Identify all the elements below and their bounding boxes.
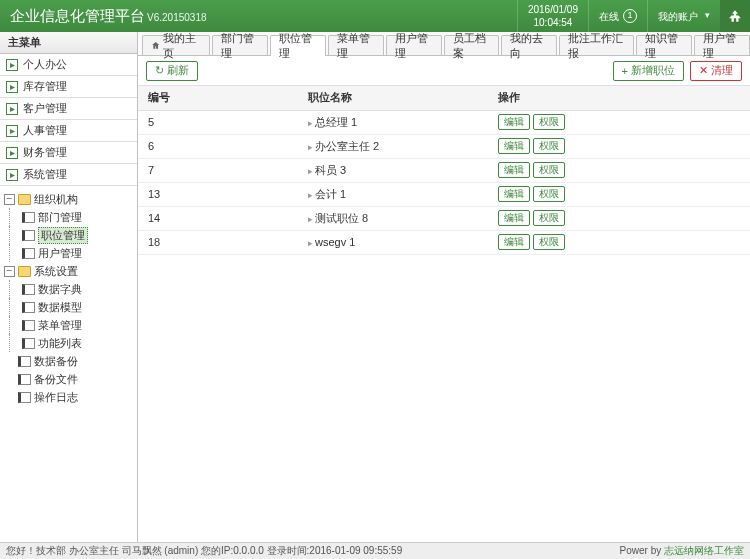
tree-node[interactable]: −组织机构	[0, 190, 137, 208]
header-online[interactable]: 在线 1	[588, 0, 647, 32]
edit-button[interactable]: 编辑	[498, 186, 530, 202]
page-icon	[18, 374, 31, 385]
tab-bar: 我的主页部门管理职位管理菜单管理用户管理员工档案我的去向批注工作汇报知识管理用户…	[138, 32, 750, 56]
tree-label: 组织机构	[34, 192, 78, 207]
page-icon	[22, 302, 35, 313]
tab[interactable]: 部门管理	[212, 35, 268, 55]
table-row: 5总经理 1编辑权限	[138, 110, 750, 134]
account-label: 我的账户	[658, 10, 698, 23]
page-icon	[22, 230, 35, 241]
folder-icon	[18, 194, 31, 205]
cell-name: 总经理 1	[298, 110, 488, 134]
table-row: 7科员 3编辑权限	[138, 158, 750, 182]
tree-label: 操作日志	[34, 390, 78, 405]
sidebar-menu-item[interactable]: ▸库存管理	[0, 76, 137, 98]
tab[interactable]: 员工档案	[444, 35, 500, 55]
cell-id: 5	[138, 110, 298, 134]
header-tree-button[interactable]	[720, 0, 750, 32]
tree-label: 职位管理	[38, 227, 88, 244]
menu-label: 人事管理	[23, 123, 67, 138]
edit-button[interactable]: 编辑	[498, 210, 530, 226]
status-bar: 您好！技术部 办公室主任 司马飘然 (admin) 您的IP:0.0.0.0 登…	[0, 542, 750, 559]
refresh-icon: ↻	[155, 64, 164, 77]
expand-icon: ▸	[6, 81, 18, 93]
col-header-name: 职位名称	[298, 86, 488, 110]
header-account-dropdown[interactable]: 我的账户 ▾	[647, 0, 720, 32]
cell-id: 14	[138, 206, 298, 230]
cell-op: 编辑权限	[488, 110, 750, 134]
perm-button[interactable]: 权限	[533, 210, 565, 226]
tree-node[interactable]: 数据字典	[0, 280, 137, 298]
cell-name: 会计 1	[298, 182, 488, 206]
clear-button[interactable]: ✕ 清理	[690, 61, 742, 81]
table-row: 6办公室主任 2编辑权限	[138, 134, 750, 158]
cell-name: 办公室主任 2	[298, 134, 488, 158]
tree-node[interactable]: 操作日志	[0, 388, 137, 406]
cell-id: 6	[138, 134, 298, 158]
tree-icon	[728, 9, 742, 23]
page-icon	[22, 320, 35, 331]
tree-label: 部门管理	[38, 210, 82, 225]
edit-button[interactable]: 编辑	[498, 114, 530, 130]
page-icon	[22, 284, 35, 295]
online-label: 在线	[599, 10, 619, 23]
tree-node[interactable]: 备份文件	[0, 370, 137, 388]
cell-op: 编辑权限	[488, 134, 750, 158]
perm-button[interactable]: 权限	[533, 138, 565, 154]
tree-node[interactable]: 用户管理	[0, 244, 137, 262]
page-icon	[22, 212, 35, 223]
tab[interactable]: 用户管理	[386, 35, 442, 55]
refresh-button[interactable]: ↻ 刷新	[146, 61, 198, 81]
online-count-badge: 1	[623, 9, 637, 23]
cell-name: 科员 3	[298, 158, 488, 182]
cell-op: 编辑权限	[488, 230, 750, 254]
tree-node[interactable]: 数据备份	[0, 352, 137, 370]
perm-button[interactable]: 权限	[533, 162, 565, 178]
tab[interactable]: 用户管理	[694, 35, 750, 55]
tab[interactable]: 我的去向	[501, 35, 557, 55]
chevron-down-icon: ▾	[705, 10, 710, 22]
home-icon	[151, 40, 160, 51]
edit-button[interactable]: 编辑	[498, 162, 530, 178]
expand-icon: ▸	[6, 125, 18, 137]
tree-node[interactable]: 功能列表	[0, 334, 137, 352]
tab[interactable]: 职位管理	[270, 35, 326, 56]
tree-node[interactable]: −系统设置	[0, 262, 137, 280]
tree-label: 功能列表	[38, 336, 82, 351]
power-link[interactable]: 志远纳网络工作室	[664, 545, 744, 556]
tab[interactable]: 批注工作汇报	[559, 35, 634, 55]
expand-icon: ▸	[6, 59, 18, 71]
tree-node[interactable]: 菜单管理	[0, 316, 137, 334]
sidebar-menu-item[interactable]: ▸客户管理	[0, 98, 137, 120]
tree-node[interactable]: 数据模型	[0, 298, 137, 316]
menu-label: 库存管理	[23, 79, 67, 94]
tree-toggle-icon[interactable]: −	[4, 266, 15, 277]
page-icon	[22, 338, 35, 349]
add-position-button[interactable]: + 新增职位	[613, 61, 684, 81]
perm-button[interactable]: 权限	[533, 186, 565, 202]
tab[interactable]: 知识管理	[636, 35, 692, 55]
sidebar-menu-item[interactable]: ▸个人办公	[0, 54, 137, 76]
tree-node[interactable]: 部门管理	[0, 208, 137, 226]
perm-button[interactable]: 权限	[533, 234, 565, 250]
sidebar-menu-item[interactable]: ▸人事管理	[0, 120, 137, 142]
tab[interactable]: 菜单管理	[328, 35, 384, 55]
edit-button[interactable]: 编辑	[498, 234, 530, 250]
header-time: 10:04:54	[534, 16, 573, 29]
table-row: 14测试职位 8编辑权限	[138, 206, 750, 230]
perm-button[interactable]: 权限	[533, 114, 565, 130]
status-text: 您好！技术部 办公室主任 司马飘然 (admin) 您的IP:0.0.0.0 登…	[6, 544, 402, 558]
header-date: 2016/01/09	[528, 3, 578, 16]
cell-name: wsegv 1	[298, 230, 488, 254]
table-row: 13会计 1编辑权限	[138, 182, 750, 206]
sidebar-menu-item[interactable]: ▸财务管理	[0, 142, 137, 164]
tree-label: 菜单管理	[38, 318, 82, 333]
tab[interactable]: 我的主页	[142, 35, 210, 55]
sidebar-menu-item[interactable]: ▸系统管理	[0, 164, 137, 186]
menu-label: 财务管理	[23, 145, 67, 160]
edit-button[interactable]: 编辑	[498, 138, 530, 154]
app-title: 企业信息化管理平台 V6.20150318	[10, 7, 207, 26]
tree-toggle-icon[interactable]: −	[4, 194, 15, 205]
tree-node[interactable]: 职位管理	[0, 226, 137, 244]
sidebar-tree: −组织机构部门管理职位管理用户管理−系统设置数据字典数据模型菜单管理功能列表数据…	[0, 186, 137, 542]
